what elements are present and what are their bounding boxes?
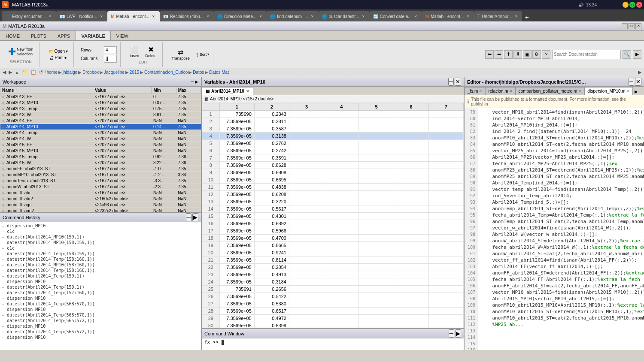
var-cell-1[interactable]: 7.3569e+05 — [219, 300, 254, 308]
cmd-window-expand[interactable]: ▶ — [455, 329, 461, 338]
var-cell-5[interactable] — [359, 140, 394, 147]
variables-minimize[interactable]: ─ — [448, 78, 454, 86]
workspace-row[interactable]: ⊞ Abril2014_Temp <720x2 double> NaN NaN — [0, 130, 201, 136]
command-history-item[interactable]: datestr(Abril2014_Temp(158:159,1)) — [2, 251, 199, 256]
var-cell-3[interactable] — [289, 227, 324, 235]
browser-tab-2[interactable]: 📧 LWP - Notifica... ✕ — [56, 11, 107, 21]
cmd-history-expand[interactable]: ▶ — [192, 213, 198, 221]
table-row[interactable]: 19 7.3569e+05 0.8665 — [202, 242, 464, 249]
table-row[interactable]: 10 7.3569e+05 0.6695 — [202, 176, 464, 184]
var-cell-3[interactable] — [289, 293, 324, 300]
var-cell-2[interactable]: 0.9241 — [254, 249, 289, 256]
editor-tab-fs[interactable]: _fs.m ✕ — [465, 87, 485, 95]
var-cell-5[interactable] — [359, 220, 394, 227]
var-cell-6[interactable] — [394, 235, 428, 242]
var-cell-3[interactable] — [289, 169, 324, 176]
command-history-item[interactable]: datestr(Abril2014_Temp(158:160,1)) — [2, 256, 199, 262]
var-cell-2[interactable]: 0.2811 — [254, 118, 289, 125]
var-cell-5[interactable] — [359, 286, 394, 293]
command-history-item[interactable]: datestr(Abril2014_MP10(159,1)) — [2, 234, 199, 240]
var-col-1[interactable]: 1 — [219, 103, 254, 111]
var-cell-1[interactable]: 7.3569e+05 — [219, 271, 254, 278]
browser-tab-7[interactable]: 🌐 buscar datestr... ✕ — [319, 11, 370, 21]
transpose-button[interactable]: ⇄ Transpose — [170, 47, 192, 62]
var-cell-6[interactable] — [394, 176, 428, 184]
var-col-6[interactable]: 6 — [394, 103, 428, 111]
var-cell-7[interactable] — [428, 286, 463, 293]
var-cell-1[interactable]: 7.3569e+05 — [219, 162, 254, 169]
var-cell-6[interactable] — [394, 213, 428, 220]
var-cell-4[interactable] — [324, 264, 359, 271]
editor-close[interactable]: ✕ — [635, 78, 641, 86]
command-history-content[interactable]: dispersion_MP10c1cdatestr(Abril2014_MP10… — [0, 222, 201, 350]
var-cell-3[interactable] — [289, 286, 324, 293]
table-row[interactable]: 29 7.3569e+05 0.4972 — [202, 315, 464, 322]
var-cell-2[interactable]: 0.3587 — [254, 125, 289, 133]
var-cell-4[interactable] — [324, 111, 359, 118]
table-row[interactable]: 14 7.3569e+05 0.5617 — [202, 205, 464, 213]
var-cell-7[interactable] — [428, 205, 463, 213]
var-cell-5[interactable] — [359, 169, 394, 176]
var-cell-1[interactable]: 7.3569e+05 — [219, 140, 254, 147]
var-cell-3[interactable] — [289, 235, 324, 242]
editor-minimize[interactable]: ─ — [629, 78, 634, 86]
var-cell-2[interactable]: 0.4301 — [254, 213, 289, 220]
var-cell-7[interactable] — [428, 162, 463, 169]
var-col-5[interactable]: 5 — [359, 103, 394, 111]
var-cell-1[interactable]: 7.3569e+05 — [219, 293, 254, 300]
var-cell-4[interactable] — [324, 249, 359, 256]
var-cell-1[interactable]: 7.3569e+05 — [219, 154, 254, 162]
var-cell-6[interactable] — [394, 242, 428, 249]
workspace-row[interactable]: ⊞ anomTemp_abril2013_ST <716x2 double> -… — [0, 178, 201, 184]
var-cell-5[interactable] — [359, 111, 394, 118]
command-history-item[interactable]: dispersion_MP10 — [2, 279, 199, 284]
workspace-expand-button[interactable]: ▶ — [195, 79, 198, 84]
rows-input[interactable] — [104, 46, 117, 54]
table-row[interactable]: 25 735691 0.2656 — [202, 286, 464, 293]
var-cell-6[interactable] — [394, 191, 428, 198]
editor-tab-dispersion-close[interactable]: ✕ — [627, 89, 630, 93]
workspace-row[interactable]: ⊞ Abril2015_MP10 <720x2 double> NaN NaN — [0, 148, 201, 154]
var-cell-1[interactable]: 7.3569e+05 — [219, 249, 254, 256]
browser-tab-9[interactable]: M Matlab - encont... ✕ — [422, 11, 474, 21]
var-cell-6[interactable] — [394, 154, 428, 162]
var-cell-7[interactable] — [428, 278, 463, 286]
var-cell-1[interactable]: 7.3569e+05 — [219, 213, 254, 220]
table-row[interactable]: 22 7.3569e+05 0.2054 — [202, 264, 464, 271]
nav-browse-button[interactable]: 📁 — [21, 69, 29, 75]
var-cell-4[interactable] — [324, 162, 359, 169]
table-row[interactable]: 26 7.3569e+05 0.5422 — [202, 293, 464, 300]
var-cell-1[interactable]: 7.3569e+05 — [219, 242, 254, 249]
table-row[interactable]: 30 7.3569e+05 0.6399 — [202, 322, 464, 328]
var-cell-2[interactable]: 0.2054 — [254, 264, 289, 271]
var-cell-5[interactable] — [359, 256, 394, 264]
var-cell-5[interactable] — [359, 235, 394, 242]
command-history-item[interactable]: dispersion_MP10 — [2, 223, 199, 229]
var-cell-6[interactable] — [394, 271, 428, 278]
var-cell-2[interactable]: 0.2656 — [254, 286, 289, 293]
browser-tab-3[interactable]: M Matlab - encont... ✕ — [107, 11, 160, 21]
var-cell-6[interactable] — [394, 147, 428, 154]
editor-tabs-overflow[interactable]: ▶ — [633, 88, 640, 95]
var-cell-6[interactable] — [394, 133, 428, 140]
var-cell-7[interactable] — [428, 191, 463, 198]
var-cell-2[interactable]: 0.3220 — [254, 198, 289, 205]
var-cell-6[interactable] — [394, 111, 428, 118]
nav-forward-button[interactable]: ▶ — [8, 69, 13, 75]
toolbar-icon-7[interactable]: ? — [542, 50, 550, 59]
table-row[interactable]: 15 7.3569e+05 0.4301 — [202, 213, 464, 220]
workspace-row[interactable]: ⊞ Abril2015_FF <720x2 double> NaN NaN — [0, 142, 201, 148]
var-cell-4[interactable] — [324, 140, 359, 147]
nav-up-button[interactable]: ▲ — [14, 69, 20, 75]
var-cell-4[interactable] — [324, 176, 359, 184]
var-cell-4[interactable] — [324, 293, 359, 300]
workspace-row[interactable]: ⊞ Abril2014_W <720x2 double> NaN NaN — [0, 136, 201, 142]
sort-button[interactable]: ↕ Sort ▾ — [194, 50, 212, 59]
editor-content[interactable]: 7980818283848586878889909192939495969798… — [465, 108, 644, 350]
var-cell-1[interactable]: 735691 — [219, 286, 254, 293]
variable-tab-abril2014-mp10[interactable]: ▦ Abril2014_MP10 ✕ — [202, 87, 253, 95]
ribbon-tab-home[interactable]: HOME — [0, 31, 25, 40]
command-history-item[interactable]: datestr(Abril2014_Temp(568:570,1)) — [2, 312, 199, 318]
browser-tab-6[interactable]: 🌐 find datenum -... ✕ — [267, 11, 318, 21]
matlab-close[interactable]: ✕ — [635, 23, 641, 29]
